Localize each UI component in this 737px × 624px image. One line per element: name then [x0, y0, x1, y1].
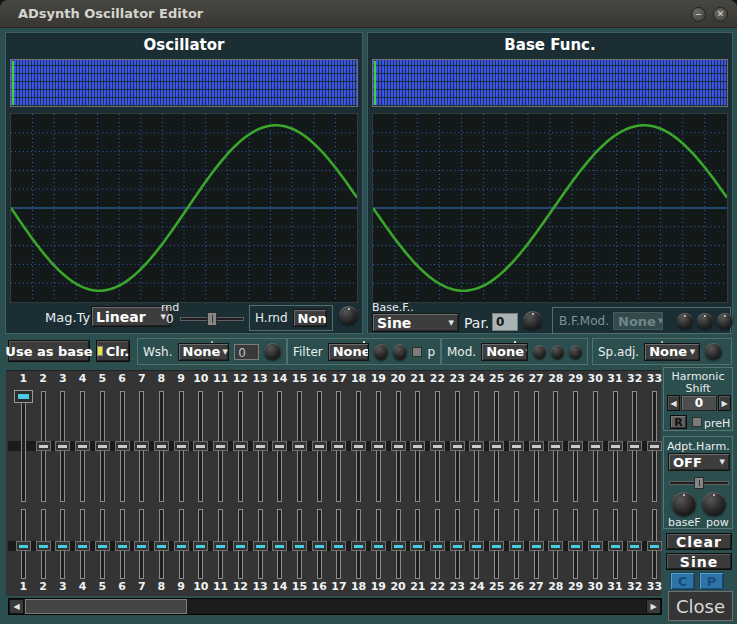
minimize-button[interactable]: −	[691, 7, 706, 22]
amplitude-slider-handle[interactable]	[154, 441, 169, 451]
amplitude-slider-handle[interactable]	[371, 441, 386, 451]
amplitude-slider-handle[interactable]	[312, 441, 327, 451]
phase-slider-handle[interactable]	[548, 541, 563, 551]
amplitude-slider-handle[interactable]	[55, 441, 70, 451]
rnd-slider[interactable]	[180, 312, 244, 326]
basefunc-dropdown[interactable]: Sine ▼	[372, 313, 459, 332]
phase-slider-handle[interactable]	[95, 541, 110, 551]
phase-slider-handle[interactable]	[647, 541, 662, 551]
amplitude-slider-handle[interactable]	[548, 441, 563, 451]
amplitude-slider-handle[interactable]	[588, 441, 603, 451]
sine-button[interactable]: Sine	[666, 553, 732, 570]
bfmod-knob-3[interactable]	[717, 313, 733, 329]
wsh-input[interactable]: 0	[234, 344, 259, 360]
rnd-slider-handle[interactable]	[207, 312, 217, 326]
amplitude-slider-track[interactable]	[21, 391, 26, 502]
amplitude-slider-handle[interactable]	[450, 441, 465, 451]
preh-checkbox[interactable]	[692, 417, 702, 427]
amplitude-slider-handle[interactable]	[292, 441, 307, 451]
scroll-left-button[interactable]: ◀	[9, 599, 24, 614]
close-window-button[interactable]: ✕	[713, 7, 728, 22]
spadj-dropdown[interactable]: None ▼	[644, 343, 700, 361]
filter-pre-checkbox[interactable]	[412, 347, 422, 357]
phase-slider-handle[interactable]	[174, 541, 189, 551]
adpt-harm-pow-knob[interactable]	[702, 492, 726, 516]
phase-slider-handle[interactable]	[331, 541, 346, 551]
paste-button[interactable]: P	[699, 572, 724, 590]
amplitude-slider-handle[interactable]	[351, 441, 366, 451]
use-as-base-button[interactable]: Use as base	[8, 340, 90, 362]
phase-slider-handle[interactable]	[154, 541, 169, 551]
phase-slider-handle[interactable]	[430, 541, 445, 551]
amplitude-slider-handle[interactable]	[253, 441, 268, 451]
adpt-harm-slider-handle[interactable]	[694, 477, 704, 489]
harmonics-scrollbar[interactable]: ◀ ▶	[8, 598, 662, 615]
harmonic-shift-decrement-button[interactable]: ◀	[667, 395, 680, 411]
bfmod-knob-2[interactable]	[697, 313, 713, 329]
mod-dropdown[interactable]: None ▼	[481, 343, 528, 361]
filter-knob-1[interactable]	[374, 344, 388, 360]
phase-slider-handle[interactable]	[608, 541, 623, 551]
amplitude-slider-handle[interactable]	[489, 441, 504, 451]
base-func-spectrum-display[interactable]	[372, 59, 728, 107]
amplitude-slider-handle[interactable]	[14, 390, 33, 403]
clear-button[interactable]: Clear	[666, 533, 732, 550]
phase-slider-handle[interactable]	[627, 541, 642, 551]
phase-slider-handle[interactable]	[75, 541, 90, 551]
phase-slider-handle[interactable]	[55, 541, 70, 551]
scrollbar-thumb[interactable]	[25, 599, 187, 614]
phase-slider-handle[interactable]	[115, 541, 130, 551]
harmonic-shift-reset-button[interactable]: R	[670, 415, 687, 429]
amplitude-slider-handle[interactable]	[529, 441, 544, 451]
phase-slider-handle[interactable]	[450, 541, 465, 551]
copy-button[interactable]: C	[670, 572, 695, 590]
adpt-harm-slider[interactable]	[669, 477, 729, 489]
phase-slider-handle[interactable]	[410, 541, 425, 551]
phase-slider-handle[interactable]	[253, 541, 268, 551]
amplitude-slider-handle[interactable]	[568, 441, 583, 451]
par-input[interactable]: 0	[492, 313, 518, 331]
oscillator-spectrum-display[interactable]	[10, 59, 358, 107]
amplitude-slider-handle[interactable]	[410, 441, 425, 451]
spadj-knob[interactable]	[705, 343, 722, 360]
clr-button[interactable]: Clr.	[96, 340, 130, 362]
amplitude-slider-handle[interactable]	[233, 441, 248, 451]
mod-knob-3[interactable]	[569, 345, 582, 359]
scroll-right-button[interactable]: ▶	[646, 599, 661, 614]
phase-slider-handle[interactable]	[16, 541, 31, 551]
amplitude-slider-handle[interactable]	[391, 441, 406, 451]
magtype-dropdown[interactable]: Linear ▼	[91, 306, 171, 327]
titlebar[interactable]: ADsynth Oscillator Editor − ✕	[0, 0, 737, 28]
phase-slider-handle[interactable]	[233, 541, 248, 551]
mod-knob-2[interactable]	[551, 345, 564, 359]
mod-knob-1[interactable]	[533, 345, 546, 359]
amplitude-slider-handle[interactable]	[608, 441, 623, 451]
phase-slider-handle[interactable]	[489, 541, 504, 551]
amplitude-slider-handle[interactable]	[469, 441, 484, 451]
phase-slider-handle[interactable]	[36, 541, 51, 551]
amplitude-slider-handle[interactable]	[509, 441, 524, 451]
adpt-harm-dropdown[interactable]: OFF ▼	[668, 453, 730, 471]
close-button[interactable]: Close	[668, 591, 733, 621]
hrnd-knob[interactable]	[339, 306, 358, 325]
phase-slider-handle[interactable]	[529, 541, 544, 551]
phase-slider-handle[interactable]	[568, 541, 583, 551]
phase-slider-handle[interactable]	[213, 541, 228, 551]
adpt-harm-basef-knob[interactable]	[672, 492, 696, 516]
amplitude-slider-handle[interactable]	[134, 441, 149, 451]
amplitude-slider-handle[interactable]	[272, 441, 287, 451]
filter-knob-2[interactable]	[393, 344, 407, 360]
amplitude-slider-handle[interactable]	[430, 441, 445, 451]
amplitude-slider-handle[interactable]	[213, 441, 228, 451]
harmonic-shift-increment-button[interactable]: ▶	[718, 395, 731, 411]
amplitude-slider-handle[interactable]	[193, 441, 208, 451]
phase-slider-handle[interactable]	[193, 541, 208, 551]
amplitude-slider-handle[interactable]	[36, 441, 51, 451]
phase-slider-handle[interactable]	[272, 541, 287, 551]
amplitude-slider-handle[interactable]	[75, 441, 90, 451]
hrnd-dropdown[interactable]: None ▼	[293, 309, 327, 327]
filter-dropdown[interactable]: None ▼	[328, 343, 369, 361]
wsh-dropdown[interactable]: None ▼	[178, 343, 230, 361]
phase-slider-handle[interactable]	[292, 541, 307, 551]
phase-slider-handle[interactable]	[588, 541, 603, 551]
